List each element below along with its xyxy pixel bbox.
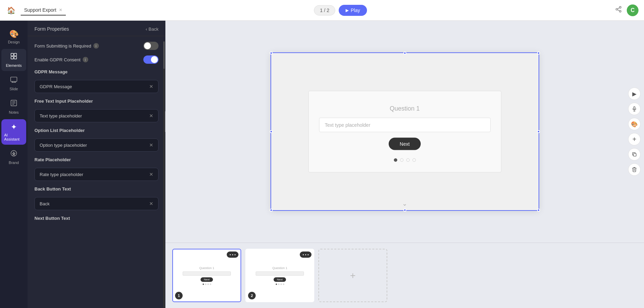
- svg-rect-8: [14, 57, 17, 59]
- svg-point-17: [11, 151, 17, 156]
- free-text-clear-icon[interactable]: ✕: [149, 113, 153, 119]
- palette-tool-button[interactable]: 🎨: [628, 118, 641, 130]
- icon-sidebar: 🎨 Design Elements: [0, 21, 28, 308]
- play-label: Play: [351, 8, 360, 13]
- avatar: C: [627, 4, 638, 16]
- thumb-dot-1-4: [210, 284, 211, 285]
- scrollbar[interactable]: [163, 41, 165, 308]
- toggle-knob: [144, 42, 151, 49]
- next-button-preview[interactable]: Next: [389, 138, 421, 150]
- option-list-input[interactable]: Option type placeholder ✕: [34, 138, 159, 152]
- slide-canvas[interactable]: Question 1 Text type placeholder Next ⌄: [270, 52, 539, 211]
- handle-bot-left[interactable]: [270, 209, 273, 212]
- sidebar-item-design[interactable]: 🎨 Design: [1, 26, 26, 48]
- rate-placeholder-value: Rate type placeholder: [40, 172, 83, 177]
- sidebar-item-slide[interactable]: Slide: [1, 72, 26, 94]
- topbar-left: 🏠 Support Export ✕: [6, 5, 66, 16]
- rate-placeholder-clear-icon[interactable]: ✕: [149, 172, 153, 177]
- brand-icon: [10, 150, 18, 159]
- sidebar-item-elements[interactable]: Elements: [1, 49, 26, 71]
- gdpr-consent-toggle[interactable]: [143, 55, 159, 64]
- thumb-dot-2-3: [280, 284, 282, 285]
- thumb-dot-2-2: [278, 284, 279, 285]
- back-button-clear-icon[interactable]: ✕: [149, 201, 153, 206]
- toggle-knob-gdpr: [151, 56, 158, 63]
- play-button[interactable]: Play: [339, 5, 367, 16]
- add-slide-button[interactable]: +: [318, 249, 387, 302]
- thumb-number-1: 1: [175, 292, 183, 299]
- sidebar-label-brand: Brand: [9, 161, 19, 165]
- back-button-section-label: Back Button Text: [34, 186, 159, 192]
- option-list-value: Option type placeholder: [40, 143, 87, 148]
- back-button-value: Back: [40, 201, 50, 206]
- canvas-area: Question 1 Text type placeholder Next ⌄ …: [165, 21, 644, 308]
- handle-bot-right[interactable]: [537, 209, 540, 212]
- free-text-section-label: Free Text Input Placeholder: [34, 99, 159, 104]
- delete-tool-button[interactable]: [628, 163, 641, 176]
- svg-rect-7: [11, 57, 13, 59]
- add-tool-button[interactable]: +: [628, 133, 641, 145]
- back-label: Back: [149, 27, 159, 32]
- thumb-menu-2[interactable]: • • •: [300, 251, 311, 258]
- handle-mid-right[interactable]: [537, 130, 540, 133]
- chevron-down-icon[interactable]: ⌄: [402, 200, 407, 207]
- scroll-thumb: [163, 41, 165, 69]
- gdpr-message-input[interactable]: GDPR Message ✕: [34, 80, 159, 93]
- slide-icon: [10, 76, 18, 85]
- svg-rect-9: [11, 77, 17, 82]
- home-icon[interactable]: 🏠: [6, 5, 17, 16]
- topbar: 🏠 Support Export ✕ 1 / 2 Play C: [0, 0, 644, 21]
- form-submitting-info-icon[interactable]: i: [93, 43, 99, 49]
- thumb-dot-2-1: [276, 284, 277, 285]
- sidebar-item-brand[interactable]: Brand: [1, 146, 26, 168]
- handle-top-left[interactable]: [270, 52, 273, 54]
- back-chevron-icon: ‹: [146, 27, 147, 32]
- svg-line-3: [617, 10, 620, 11]
- back-button[interactable]: ‹ Back: [146, 27, 159, 32]
- free-text-input[interactable]: Text type placeholder ✕: [34, 109, 159, 122]
- dot-1[interactable]: [394, 158, 397, 162]
- tab-button[interactable]: Support Export ✕: [21, 5, 66, 16]
- thumb-dot-1-1: [203, 284, 204, 285]
- handle-mid-left[interactable]: [270, 130, 273, 133]
- sidebar-label-design: Design: [8, 40, 20, 44]
- thumb-dot-1-3: [207, 284, 209, 285]
- rate-placeholder-input[interactable]: Rate type placeholder ✕: [34, 168, 159, 181]
- gdpr-info-icon[interactable]: i: [83, 57, 88, 62]
- gdpr-consent-row: Enable GDPR Consent i: [34, 55, 159, 64]
- free-text-value: Text type placeholder: [40, 113, 82, 119]
- handle-top-mid[interactable]: [403, 52, 406, 54]
- svg-rect-6: [14, 53, 17, 56]
- sidebar-label-notes: Notes: [9, 110, 19, 114]
- thumbnail-2[interactable]: • • • Question 1 Next 2: [245, 249, 314, 302]
- thumb-dot-2-4: [283, 284, 284, 285]
- dot-4[interactable]: [412, 158, 416, 162]
- main-layout: 🎨 Design Elements: [0, 21, 644, 308]
- handle-top-right[interactable]: [537, 52, 540, 54]
- thumb-number-2: 2: [248, 292, 256, 299]
- dot-2[interactable]: [400, 158, 403, 162]
- dot-3[interactable]: [406, 158, 410, 162]
- mic-tool-button[interactable]: [628, 103, 641, 115]
- panel-title: Form Properties: [34, 26, 69, 32]
- thumb-menu-1[interactable]: • • •: [227, 251, 238, 258]
- handle-bot-mid[interactable]: [403, 209, 406, 212]
- svg-point-1: [616, 9, 618, 10]
- panel-content: Form Submitting is Required i Enable GDP…: [28, 36, 165, 308]
- duplicate-tool-button[interactable]: [628, 148, 641, 161]
- thumb-content-1: Question 1 Next: [173, 263, 241, 288]
- play-tool-button[interactable]: ▶: [628, 88, 641, 100]
- form-submitting-toggle[interactable]: [143, 42, 159, 50]
- text-input-preview[interactable]: Text type placeholder: [319, 118, 491, 132]
- thumb-question-2: Question 1: [272, 266, 287, 270]
- gdpr-consent-label: Enable GDPR Consent i: [34, 57, 88, 62]
- gdpr-message-clear-icon[interactable]: ✕: [149, 84, 153, 89]
- share-icon[interactable]: [615, 6, 622, 14]
- close-tab-icon[interactable]: ✕: [59, 8, 62, 12]
- option-list-clear-icon[interactable]: ✕: [149, 142, 153, 148]
- svg-rect-23: [633, 153, 636, 156]
- thumbnail-1[interactable]: • • • Question 1 Next 1: [172, 249, 241, 302]
- sidebar-item-notes[interactable]: Notes: [1, 96, 26, 118]
- back-button-input[interactable]: Back ✕: [34, 197, 159, 210]
- sidebar-item-ai[interactable]: ✦ AI Assistant: [1, 119, 26, 145]
